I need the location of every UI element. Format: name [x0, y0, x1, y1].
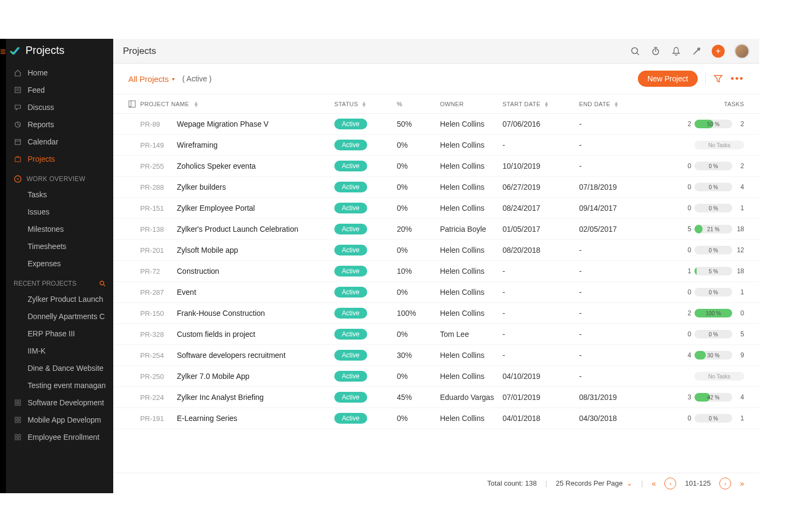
end-date-cell: -	[579, 330, 658, 338]
start-date-cell: -	[503, 288, 579, 296]
col-end-header[interactable]: END DATE	[579, 101, 610, 107]
table-row[interactable]: PR-328Custom fields in projectActive0%To…	[113, 324, 759, 345]
project-code: PR-149	[140, 141, 173, 149]
table-row[interactable]: PR-191E-Learning SeriesActive0%Helen Col…	[113, 408, 759, 429]
nav-discuss[interactable]: Discuss	[6, 99, 113, 116]
filter-icon[interactable]	[713, 74, 723, 84]
project-name[interactable]: Software developers recruitment	[177, 351, 286, 360]
recent-project[interactable]: Mobile App Developm	[6, 411, 113, 429]
sort-icon[interactable]: ▲▼	[361, 101, 367, 107]
table-row[interactable]: PR-201Zylsoft Mobile appActive0%Helen Co…	[113, 240, 759, 261]
menu-icon[interactable]: ≡	[0, 46, 6, 58]
project-name[interactable]: Zylker builders	[177, 183, 226, 191]
nav-feed[interactable]: Feed	[6, 81, 113, 99]
project-name[interactable]: Construction	[177, 267, 219, 275]
project-code: PR-254	[140, 351, 173, 360]
recent-project[interactable]: Zylker Product Launch	[6, 291, 113, 308]
subnav-issues[interactable]: Issues	[6, 203, 113, 220]
table-row[interactable]: PR-151Zylker Employee PortalActive0%Hele…	[113, 198, 759, 219]
pagination-bar: Total count: 138 | 25 Records Per Page ⌄…	[113, 473, 759, 493]
last-page-icon[interactable]: »	[740, 479, 744, 488]
recent-project[interactable]: Testing event managan	[6, 377, 113, 394]
table-row[interactable]: PR-224Zylker Inc Analyst BriefingActive4…	[113, 387, 759, 408]
project-name[interactable]: Frank-House Construction	[177, 309, 265, 317]
table-row[interactable]: PR-150Frank-House ConstructionActive100%…	[113, 303, 759, 324]
subnav-expenses[interactable]: Expenses	[6, 255, 113, 272]
prev-page-button[interactable]: ‹	[664, 478, 676, 489]
customize-columns-icon[interactable]	[128, 100, 140, 108]
col-owner-header[interactable]: OWNER	[440, 101, 464, 107]
project-name[interactable]: Zylsoft Mobile app	[177, 246, 238, 254]
per-page-dropdown[interactable]: 25 Records Per Page ⌄	[556, 479, 633, 487]
col-percent-header[interactable]: %	[397, 101, 402, 107]
project-name[interactable]: Custom fields in project	[177, 330, 256, 338]
table-row[interactable]: PR-149WireframingActive0%Helen Collins--…	[113, 135, 759, 156]
all-projects-dropdown[interactable]: All Projects ▾	[128, 74, 175, 84]
work-overview-header[interactable]: WORK OVERVIEW	[6, 168, 113, 186]
col-status-header[interactable]: STATUS	[334, 101, 358, 107]
avatar[interactable]	[734, 44, 749, 59]
subnav-milestones[interactable]: Milestones	[6, 220, 113, 238]
nav-label: Projects	[27, 155, 55, 163]
percent-cell: 0%	[397, 141, 440, 149]
table-row[interactable]: PR-89Wepage Migration Phase VActive50%He…	[113, 114, 759, 135]
recent-project[interactable]: ERP Phase III	[6, 325, 113, 342]
recent-project[interactable]: Donnelly Apartments C	[6, 308, 113, 325]
more-icon[interactable]: •••	[731, 73, 744, 85]
project-name[interactable]: Wepage Migration Phase V	[177, 120, 269, 128]
project-name[interactable]: Zylker Inc Analyst Briefing	[177, 393, 264, 402]
table-row[interactable]: PR-255Zoholics Speker eventaActive0%Hele…	[113, 156, 759, 177]
project-code: PR-72	[140, 267, 173, 275]
table-row[interactable]: PR-288Zylker buildersActive0%Helen Colli…	[113, 177, 759, 198]
search-icon[interactable]	[99, 280, 106, 287]
timer-icon[interactable]	[650, 46, 661, 57]
new-project-button[interactable]: New Project	[638, 71, 698, 87]
nav-label: Reports	[27, 120, 54, 129]
tasks-left: 5	[683, 225, 691, 233]
status-badge: Active	[334, 182, 367, 192]
project-name[interactable]: Zylker 7.0 Mobile App	[177, 372, 250, 381]
subnav-tasks[interactable]: Tasks	[6, 186, 113, 203]
recent-project[interactable]: Dine & Dance Website	[6, 360, 113, 377]
nav-home[interactable]: Home	[6, 64, 113, 81]
table-row[interactable]: PR-254Software developers recruitmentAct…	[113, 345, 759, 366]
subnav-timesheets[interactable]: Timesheets	[6, 238, 113, 255]
first-page-icon[interactable]: «	[652, 479, 656, 488]
col-name-header[interactable]: PROJECT NAME	[140, 101, 189, 107]
project-name[interactable]: Zoholics Speker eventa	[177, 162, 256, 170]
project-name[interactable]: Wireframing	[177, 141, 217, 149]
tasks-cell: 00 %12	[658, 246, 744, 254]
recent-project[interactable]: Software Development	[6, 394, 113, 411]
nav-reports[interactable]: Reports	[6, 116, 113, 133]
table-row[interactable]: PR-287EventActive0%Helen Collins--00 %1	[113, 282, 759, 303]
project-name[interactable]: Zylker's Product Launch Celebration	[177, 225, 298, 233]
recent-project[interactable]: IIM-K	[6, 342, 113, 360]
svg-rect-21	[18, 438, 20, 440]
table-row[interactable]: PR-250Zylker 7.0 Mobile AppActive0%Helen…	[113, 366, 759, 387]
all-projects-label: All Projects	[128, 74, 169, 84]
project-name[interactable]: Zylker Employee Portal	[177, 204, 255, 212]
start-date-cell: 01/05/2017	[503, 225, 579, 233]
recent-project[interactable]: Employee Enrollment	[6, 429, 113, 446]
end-date-cell: -	[579, 120, 658, 128]
sort-icon[interactable]: ▲▼	[544, 101, 549, 107]
tasks-right: 4	[735, 393, 744, 401]
col-start-header[interactable]: START DATE	[503, 101, 540, 107]
project-name[interactable]: E-Learning Series	[177, 414, 237, 423]
add-button[interactable]: +	[712, 45, 725, 58]
recent-projects-title: RECENT PROJECTS	[13, 280, 76, 287]
project-name[interactable]: Event	[177, 288, 196, 296]
table-row[interactable]: PR-72ConstructionActive10%Helen Collins-…	[113, 261, 759, 282]
percent-cell: 10%	[397, 267, 440, 275]
nav-projects[interactable]: Projects	[6, 150, 113, 168]
bell-icon[interactable]	[671, 46, 682, 57]
search-icon[interactable]	[630, 46, 641, 57]
col-tasks-header[interactable]: TASKS	[724, 101, 744, 107]
tools-icon[interactable]	[691, 46, 702, 57]
table-row[interactable]: PR-138Zylker's Product Launch Celebratio…	[113, 219, 759, 240]
nav-calendar[interactable]: Calendar	[6, 133, 113, 150]
sort-icon[interactable]: ▲▼	[614, 101, 619, 107]
sort-icon[interactable]: ▲▼	[194, 101, 199, 107]
tasks-right: 1	[735, 414, 744, 422]
next-page-button[interactable]: ›	[719, 478, 731, 489]
